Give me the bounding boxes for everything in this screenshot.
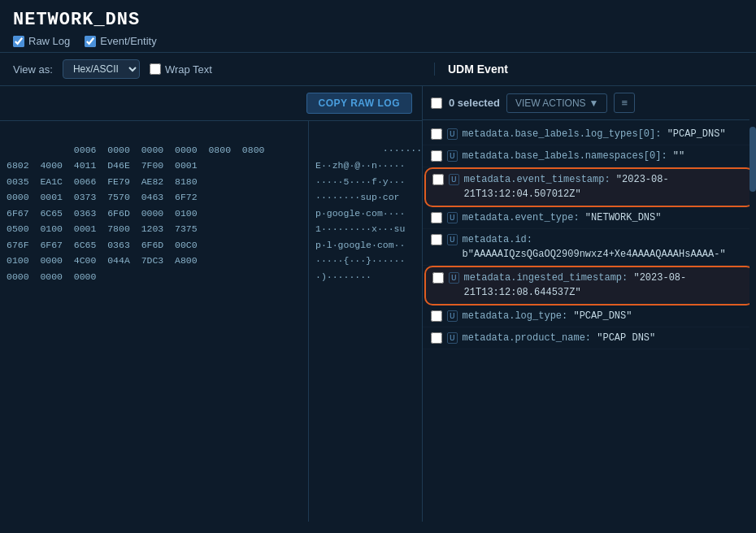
hex-ascii-area: 0006 0000 0000 0000 0800 0800 6802 4000 … xyxy=(0,121,422,522)
filter-button[interactable]: ≡ xyxy=(614,93,635,113)
raw-log-label: Raw Log xyxy=(28,35,70,47)
wrap-text-checkbox[interactable] xyxy=(150,63,161,75)
udm-item-ingested-timestamp: U metadata.ingested_timestamp: "2023-08-… xyxy=(426,267,753,304)
event-entity-checkbox-label[interactable]: Event/Entity xyxy=(85,35,156,47)
udm-checkbox-7[interactable] xyxy=(431,332,442,344)
udm-checkbox-3[interactable] xyxy=(431,212,442,223)
udm-value-7: "PCAP DNS" xyxy=(597,332,655,344)
udm-item-namespaces: U metadata.base_labels.namespaces[0]: "" xyxy=(423,145,756,167)
udm-type-icon-2: U xyxy=(449,174,459,185)
view-as-select[interactable]: Hex/ASCII Text Hex xyxy=(63,59,140,79)
udm-item-event-timestamp: 1 U metadata.event_timestamp: "2023-08-2… xyxy=(426,169,753,206)
udm-type-icon-6: U xyxy=(447,310,458,322)
scrollbar-track[interactable] xyxy=(749,119,756,522)
udm-checkbox-2[interactable] xyxy=(432,174,444,185)
wrap-text-text: Wrap Text xyxy=(165,63,212,76)
event-entity-checkbox[interactable] xyxy=(85,36,96,47)
view-actions-label: VIEW ACTIONS xyxy=(515,98,586,109)
udm-checkbox-6[interactable] xyxy=(431,310,442,322)
udm-text-3: metadata.event_type: "NETWORK_DNS" xyxy=(463,210,748,225)
ascii-row-1: ················ E··zh@·@··n····· ·····5… xyxy=(315,145,422,282)
udm-value-2: "2023-08-21T13:12:04.507012Z" xyxy=(464,174,669,200)
app-container: NETWORK_DNS Raw Log Event/Entity View as… xyxy=(0,0,756,522)
raw-log-checkbox[interactable] xyxy=(13,36,24,47)
view-as-label: View as: xyxy=(13,63,53,76)
udm-text-1: metadata.base_labels.namespaces[0]: "" xyxy=(463,149,748,163)
main-content: COPY RAW LOG 0006 0000 0000 0000 0800 08… xyxy=(0,86,756,522)
page-title: NETWORK_DNS xyxy=(13,10,743,30)
udm-text-0: metadata.base_labels.log_types[0]: "PCAP… xyxy=(463,127,748,141)
select-all-checkbox[interactable] xyxy=(431,98,442,109)
raw-log-checkbox-label[interactable]: Raw Log xyxy=(13,35,70,47)
udm-value-1: "" xyxy=(673,150,684,162)
event-entity-label: Event/Entity xyxy=(100,35,156,47)
scrollbar-thumb[interactable] xyxy=(749,127,756,192)
udm-checkbox-1[interactable] xyxy=(431,150,442,162)
udm-item-product-name: U metadata.product_name: "PCAP DNS" xyxy=(423,327,756,349)
udm-text-7: metadata.product_name: "PCAP DNS" xyxy=(463,331,748,345)
udm-text-6: metadata.log_type: "PCAP_DNS" xyxy=(463,309,748,323)
left-panel: COPY RAW LOG 0006 0000 0000 0000 0800 08… xyxy=(0,86,423,522)
ascii-column: ················ E··zh@·@··n····· ·····5… xyxy=(308,121,422,522)
udm-checkbox-5[interactable] xyxy=(432,272,444,284)
header: NETWORK_DNS Raw Log Event/Entity xyxy=(0,0,756,53)
udm-type-icon-1: U xyxy=(447,150,458,162)
copy-raw-log-button[interactable]: COPY RAW LOG xyxy=(306,93,412,114)
selected-count: 0 selected xyxy=(449,97,500,109)
main-toolbar: View as: Hex/ASCII Text Hex Wrap Text UD… xyxy=(0,53,756,86)
udm-value-5: "2023-08-21T13:12:08.644537Z" xyxy=(464,272,687,298)
udm-type-icon-0: U xyxy=(447,128,458,140)
udm-item-id: 2 U metadata.id: b"AAAAAIQzsQGaOQ2909nwx… xyxy=(423,229,756,266)
right-panel: 0 selected VIEW ACTIONS ▼ ≡ U metadata.b… xyxy=(423,86,756,522)
hex-column: 0006 0000 0000 0000 0800 0800 6802 4000 … xyxy=(0,121,308,522)
wrap-text-label[interactable]: Wrap Text xyxy=(150,63,212,76)
udm-value-6: "PCAP_DNS" xyxy=(573,310,632,322)
filter-icon: ≡ xyxy=(621,97,628,109)
udm-text-4: metadata.id: b"AAAAAIQzsQGaOQ2909nwxz4+X… xyxy=(463,232,748,262)
left-panel-inner: COPY RAW LOG 0006 0000 0000 0000 0800 08… xyxy=(0,86,422,522)
udm-type-icon-3: U xyxy=(447,212,458,223)
udm-item-event-type: U metadata.event_type: "NETWORK_DNS" xyxy=(423,207,756,229)
view-actions-button[interactable]: VIEW ACTIONS ▼ xyxy=(506,93,608,113)
udm-type-icon-4: U xyxy=(447,234,458,245)
udm-text-5: metadata.ingested_timestamp: "2023-08-21… xyxy=(464,271,746,300)
udm-text-2: metadata.event_timestamp: "2023-08-21T13… xyxy=(464,172,746,202)
udm-header: UDM Event xyxy=(434,63,743,76)
view-actions-chevron-icon: ▼ xyxy=(589,98,599,109)
udm-type-icon-7: U xyxy=(447,332,458,344)
udm-checkbox-4[interactable] xyxy=(431,234,442,245)
udm-item-log-types: U metadata.base_labels.log_types[0]: "PC… xyxy=(423,124,756,145)
udm-item-log-type: U metadata.log_type: "PCAP_DNS" xyxy=(423,306,756,327)
udm-value-4: b"AAAAAIQzsQGaOQ2909nwxz4+Xe4AAAAQAAAHsA… xyxy=(463,249,726,260)
udm-value-0: "PCAP_DNS" xyxy=(667,128,726,140)
right-toolbar: 0 selected VIEW ACTIONS ▼ ≡ xyxy=(423,86,756,120)
left-toolbar: COPY RAW LOG xyxy=(0,86,422,121)
udm-type-icon-5: U xyxy=(449,272,459,284)
udm-value-3: "NETWORK_DNS" xyxy=(585,212,662,223)
udm-checkbox-0[interactable] xyxy=(431,128,442,140)
udm-list: U metadata.base_labels.log_types[0]: "PC… xyxy=(423,120,756,522)
hex-row-1: 0006 0000 0000 0000 0800 0800 6802 4000 … xyxy=(7,145,264,282)
filter-checkboxes: Raw Log Event/Entity xyxy=(13,35,743,47)
